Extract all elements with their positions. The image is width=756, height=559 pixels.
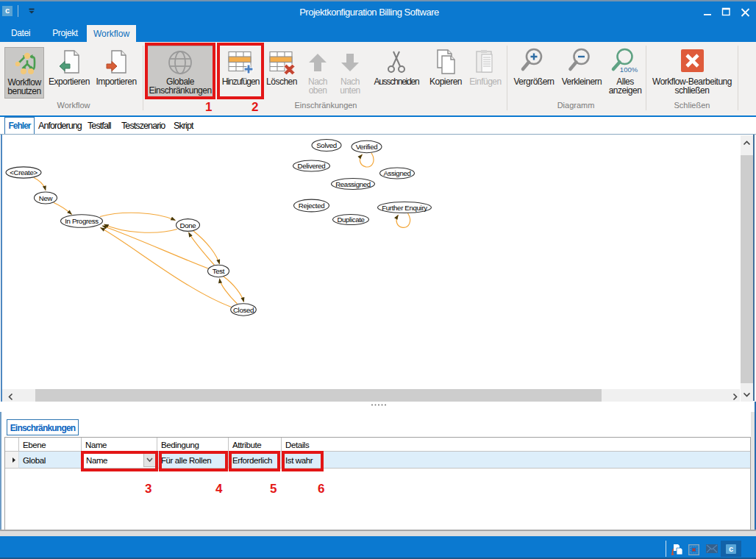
svg-text:Rejected: Rejected xyxy=(299,202,324,210)
svg-text:Done: Done xyxy=(180,221,196,229)
svg-text:Reassigned: Reassigned xyxy=(335,180,371,188)
svg-text:Further Enquiry: Further Enquiry xyxy=(382,204,427,212)
svg-text:Delivered: Delivered xyxy=(298,162,326,170)
svg-text:100%: 100% xyxy=(620,65,638,74)
svg-text:Solved: Solved xyxy=(316,141,337,149)
svg-text:Duplicate: Duplicate xyxy=(337,216,364,224)
svg-text:Verified: Verified xyxy=(356,143,378,151)
svg-text:Closed: Closed xyxy=(233,306,254,314)
svg-text:<Create>: <Create> xyxy=(10,168,38,177)
svg-text:In Progress: In Progress xyxy=(65,217,99,225)
svg-text:Assigned: Assigned xyxy=(383,169,410,177)
svg-text:Test: Test xyxy=(213,267,225,275)
svg-text:New: New xyxy=(39,194,54,202)
